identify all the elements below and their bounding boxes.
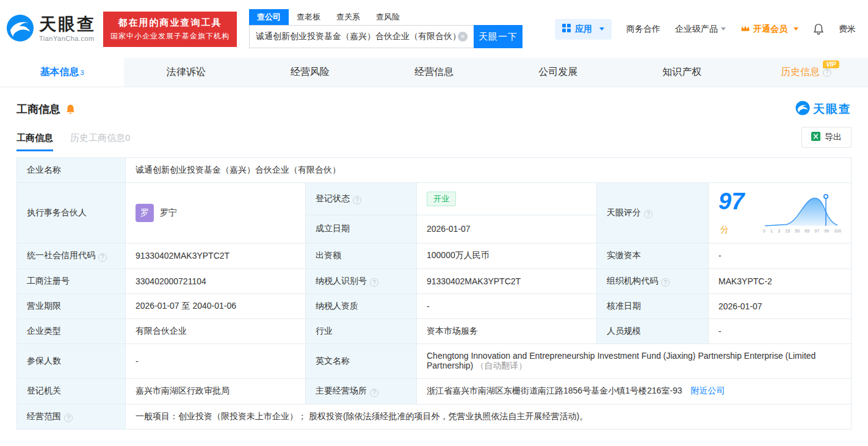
- watermark-logo: 天眼查: [795, 101, 852, 117]
- registry-value: 嘉兴市南湖区行政审批局: [126, 379, 306, 405]
- help-icon[interactable]: [370, 278, 378, 287]
- label-text: 登记机关: [27, 386, 61, 395]
- taxpayer-quality-label: 纳税人资质: [306, 294, 417, 319]
- axis-tick: 99: [824, 229, 829, 233]
- partner-name-link[interactable]: 罗宁: [160, 207, 177, 218]
- score-number-text: 97: [718, 189, 744, 214]
- table-row: 执行事务合伙人 罗 罗宁 登记状态 开业 天眼评分 97分: [17, 183, 852, 215]
- tab-intellectual-property[interactable]: 知识产权: [620, 58, 744, 87]
- score-label: 天眼评分: [597, 183, 709, 243]
- axis-tick: 50: [795, 229, 800, 233]
- label-text: 营业期限: [27, 301, 61, 311]
- tab-basic-info[interactable]: 基本信息 3: [0, 58, 124, 87]
- subtab-business-info[interactable]: 工商信息: [16, 132, 53, 151]
- approval-date-value: 2026-01-07: [709, 294, 852, 319]
- menu-cooperation[interactable]: 商务合作: [626, 24, 660, 35]
- search-tab-company[interactable]: 查公司: [249, 9, 289, 25]
- clear-search-icon[interactable]: [458, 32, 468, 41]
- apps-grid-icon: [562, 24, 571, 34]
- label-text: 主要经营场所: [316, 386, 367, 395]
- subsection-tabs: 工商信息 历史工商信息0 导出: [0, 117, 868, 151]
- help-icon[interactable]: [370, 389, 378, 397]
- label-text: 核准日期: [607, 301, 641, 311]
- label-text: 登记状态: [316, 193, 350, 203]
- taxpayer-id-value: 91330402MAK3YPTC2T: [417, 268, 597, 294]
- search-tab-boss[interactable]: 查老板: [289, 9, 328, 25]
- address-text: 浙江省嘉兴市南湖区东栅街道南江路1856号基金小镇1号楼216室-93: [427, 386, 682, 395]
- reg-number-label: 工商注册号: [17, 268, 126, 294]
- logo-name: 天眼查: [39, 16, 96, 33]
- business-term-value: 2026-01-07 至 2040-01-06: [126, 294, 306, 319]
- open-vip-button[interactable]: 开通会员: [740, 24, 798, 35]
- search-input[interactable]: [256, 32, 458, 41]
- establish-date-label: 成立日期: [306, 215, 417, 243]
- tab-company-development[interactable]: 公司发展: [496, 58, 620, 87]
- watermark-logo-text: 天眼查: [813, 101, 852, 117]
- insured-count-label: 参保人数: [17, 344, 126, 379]
- promo-banner: 都在用的商业查询工具 国家中小企业发展子基金旗下机构: [103, 12, 237, 47]
- taxpayer-quality-value: -: [417, 294, 597, 319]
- address-label: 主要经营场所: [306, 379, 417, 405]
- help-icon[interactable]: [661, 278, 670, 287]
- crown-icon: [740, 24, 750, 34]
- promo-line1: 都在用的商业查询工具: [110, 17, 230, 29]
- tab-operation-info-label: 经营信息: [414, 66, 454, 79]
- help-icon[interactable]: [353, 196, 361, 204]
- tab-operation-risk[interactable]: 经营风险: [248, 58, 372, 87]
- tab-operation-risk-label: 经营风险: [291, 66, 330, 79]
- help-icon[interactable]: [64, 414, 73, 422]
- watermark-logo-icon: [795, 101, 810, 117]
- tab-company-development-label: 公司发展: [538, 66, 577, 79]
- business-info-table: 企业名称 诚通创新创业投资基金（嘉兴）合伙企业（有限合伙） 执行事务合伙人 罗 …: [16, 157, 852, 430]
- search-tab-relation[interactable]: 查关系: [328, 9, 368, 25]
- tab-basic-info-label: 基本信息: [40, 66, 79, 79]
- search-tab-risk[interactable]: 查风险: [368, 9, 408, 25]
- status-badge: 开业: [427, 192, 456, 206]
- section-header: 工商信息 天眼查: [0, 87, 868, 117]
- industry-label: 行业: [306, 319, 417, 344]
- table-row: 参保人数 - 英文名称 Chengtong Innovation and Ent…: [17, 344, 852, 379]
- notification-bell-icon[interactable]: [813, 23, 824, 35]
- menu-enterprise-products[interactable]: 企业级产品: [675, 24, 726, 35]
- capital-value: 100000万人民币: [417, 243, 597, 269]
- business-scope-value: 一般项目：创业投资（限投资未上市企业）； 股权投资(除依法须经批准的项目外，凭营…: [126, 404, 852, 430]
- label-text: 经营范围: [27, 411, 61, 421]
- company-name-value: 诚通创新创业投资基金（嘉兴）合伙企业（有限合伙）: [126, 158, 852, 183]
- export-label: 导出: [825, 132, 842, 143]
- top-header: 天眼查 TianYanCha.com 都在用的商业查询工具 国家中小企业发展子基…: [0, 0, 868, 58]
- table-row: 工商注册号 330402000721104 纳税人识别号 91330402MAK…: [17, 268, 852, 294]
- subscribe-bell-icon[interactable]: [65, 104, 76, 115]
- search-button[interactable]: 天眼一下: [474, 25, 523, 48]
- label-text: 企业名称: [27, 165, 61, 174]
- table-row: 经营范围 一般项目：创业投资（限投资未上市企业）； 股权投资(除依法须经批准的项…: [17, 404, 852, 430]
- score-curve-chart: 0 1 3 15 50 65 97 99 100: [763, 193, 841, 233]
- apps-menu[interactable]: 应用: [555, 19, 612, 40]
- help-icon[interactable]: [644, 210, 653, 218]
- credit-code-label: 统一社会信用代码: [17, 243, 126, 269]
- avatar[interactable]: 罗: [136, 204, 154, 222]
- tab-history-info[interactable]: VIP 历史信息: [744, 58, 868, 87]
- search-tabs: 查公司 查老板 查关系 查风险: [249, 10, 523, 25]
- nearby-companies-link[interactable]: 附近公司: [690, 386, 725, 395]
- label-text: 人员规模: [607, 326, 641, 336]
- help-icon[interactable]: [98, 253, 107, 262]
- reg-number-value: 330402000721104: [126, 268, 306, 294]
- axis-tick: 100: [834, 229, 841, 233]
- org-code-value: MAK3YPTC-2: [709, 268, 852, 294]
- label-text: 天眼评分: [607, 207, 641, 217]
- score-axis: 0 1 3 15 50 65 97 99 100: [763, 229, 841, 233]
- vip-badge: VIP: [823, 60, 839, 68]
- user-menu[interactable]: 费米: [839, 24, 856, 35]
- tab-intellectual-property-label: 知识产权: [662, 66, 701, 79]
- tab-legal-litigation[interactable]: 法律诉讼: [124, 58, 248, 87]
- chevron-down-icon: [721, 27, 726, 31]
- label-text: 英文名称: [316, 356, 350, 365]
- tianyancha-logo[interactable]: 天眼查 TianYanCha.com: [6, 14, 96, 44]
- org-code-label: 组织机构代码: [597, 268, 709, 294]
- export-button[interactable]: 导出: [801, 127, 852, 148]
- tab-legal-litigation-label: 法律诉讼: [167, 66, 206, 79]
- tab-operation-info[interactable]: 经营信息: [372, 58, 496, 87]
- subtab-history-business-info[interactable]: 历史工商信息0: [70, 132, 130, 151]
- help-icon[interactable]: [823, 68, 831, 77]
- label-text: 出资额: [316, 250, 341, 260]
